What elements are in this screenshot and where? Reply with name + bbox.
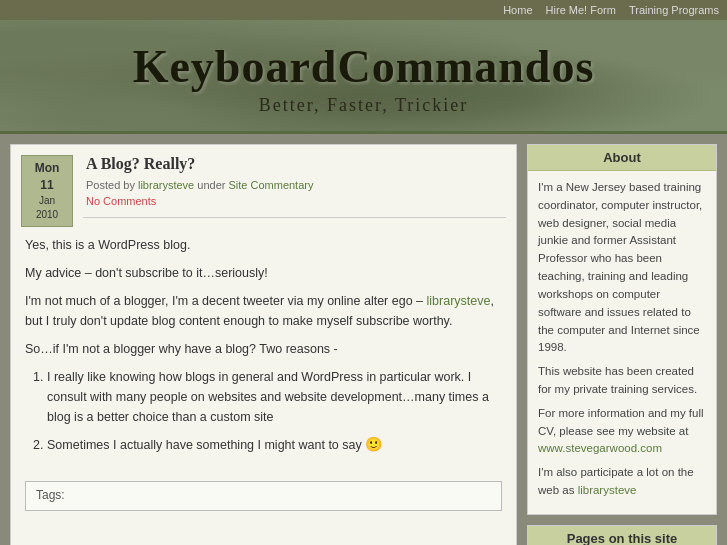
tags-box: Tags: (25, 481, 502, 511)
post-list-item-2-text: Sometimes I actually have something I mi… (47, 438, 362, 452)
post-date-box: Mon 11 Jan 2010 (21, 155, 73, 227)
about-widget-body: I'm a New Jersey based training coordina… (528, 171, 716, 514)
about-text-2: This website has been created for my pri… (538, 363, 706, 399)
about-text-1: I'm a New Jersey based training coordina… (538, 179, 706, 357)
post-list-item-2: Sometimes I actually have something I mi… (47, 433, 502, 455)
post-date-month: Jan 2010 (28, 194, 66, 222)
post-meta: Posted by librarysteve under Site Commen… (11, 177, 516, 195)
site-tagline: Better, Faster, Trickier (20, 95, 707, 116)
post-author-link[interactable]: librarysteve (138, 179, 194, 191)
post-paragraph-1: Yes, this is a WordPress blog. (25, 235, 502, 255)
nav-hire[interactable]: Hire Me! Form (546, 4, 616, 16)
pages-widget: Pages on this site Hire Me! Form Trainin… (527, 525, 717, 545)
post-p3-start: I'm not much of a blogger, I'm a decent … (25, 294, 427, 308)
top-navigation: Home Hire Me! Form Training Programs (0, 0, 727, 20)
tags-label: Tags: (36, 488, 65, 502)
post-paragraph-4: So…if I'm not a blogger why have a blog?… (25, 339, 502, 359)
post-meta-prefix: Posted by (86, 179, 138, 191)
about-text-3: For more information and my full CV, ple… (538, 405, 706, 458)
about-librarysteve-link[interactable]: librarysteve (578, 484, 637, 496)
post-body: Yes, this is a WordPress blog. My advice… (11, 227, 516, 471)
about-text-4: I'm also participate a lot on the web as… (538, 464, 706, 500)
post-paragraph-3: I'm not much of a blogger, I'm a decent … (25, 291, 502, 331)
main-content: Mon 11 Jan 2010 A Blog? Really? Posted b… (10, 144, 517, 545)
about-website-link[interactable]: www.stevegarwood.com (538, 442, 662, 454)
post-p3-link[interactable]: librarysteve (427, 294, 491, 308)
post-category-link[interactable]: Site Commentary (228, 179, 313, 191)
post-date-day: Mon 11 (28, 160, 66, 194)
site-header: KeyboardCommandos Better, Faster, Tricki… (0, 20, 727, 134)
smiley-icon: 🙂 (365, 436, 382, 452)
post-list-item-1: I really like knowing how blogs in gener… (47, 367, 502, 427)
nav-home[interactable]: Home (503, 4, 532, 16)
post-list: I really like knowing how blogs in gener… (47, 367, 502, 455)
pages-widget-title: Pages on this site (528, 526, 716, 545)
post-title: A Blog? Really? (86, 155, 506, 173)
post-header: A Blog? Really? (11, 145, 516, 177)
no-comments: No Comments (11, 195, 516, 213)
no-comments-link[interactable]: No Comments (86, 195, 156, 207)
post-meta-middle: under (194, 179, 228, 191)
about-body3-text: For more information and my full CV, ple… (538, 407, 704, 437)
main-wrapper: Mon 11 Jan 2010 A Blog? Really? Posted b… (0, 134, 727, 545)
sidebar: About I'm a New Jersey based training co… (527, 144, 717, 545)
nav-training[interactable]: Training Programs (629, 4, 719, 16)
about-widget: About I'm a New Jersey based training co… (527, 144, 717, 515)
post-paragraph-2: My advice – don't subscribe to it…seriou… (25, 263, 502, 283)
site-title: KeyboardCommandos (20, 40, 707, 93)
about-widget-title: About (528, 145, 716, 171)
post-divider (83, 217, 506, 218)
